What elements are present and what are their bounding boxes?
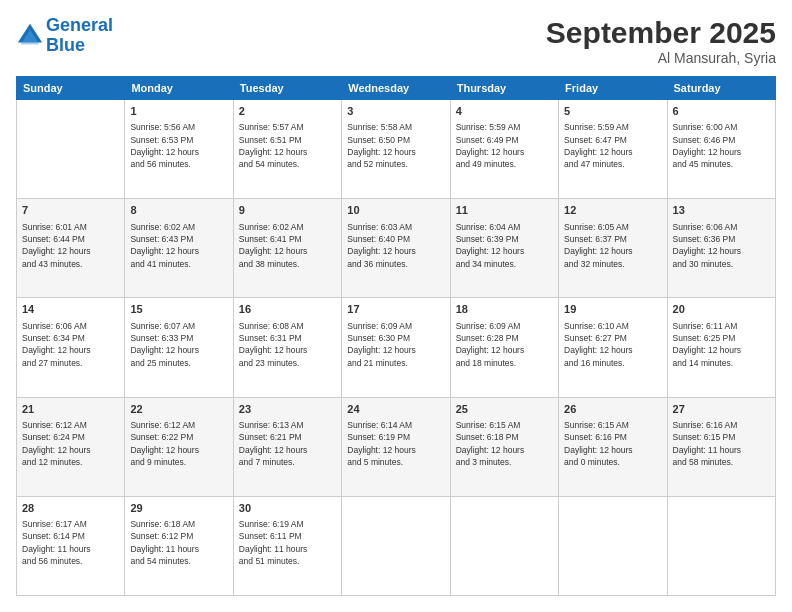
day-number: 10	[347, 203, 444, 218]
month-title: September 2025	[546, 16, 776, 50]
day-number: 14	[22, 302, 119, 317]
table-row: 22Sunrise: 6:12 AM Sunset: 6:22 PM Dayli…	[125, 397, 233, 496]
calendar-table: Sunday Monday Tuesday Wednesday Thursday…	[16, 76, 776, 596]
table-row	[667, 496, 775, 595]
col-saturday: Saturday	[667, 77, 775, 100]
day-number: 16	[239, 302, 336, 317]
day-info: Sunrise: 6:02 AM Sunset: 6:43 PM Dayligh…	[130, 221, 227, 270]
day-number: 13	[673, 203, 770, 218]
day-info: Sunrise: 6:02 AM Sunset: 6:41 PM Dayligh…	[239, 221, 336, 270]
table-row: 19Sunrise: 6:10 AM Sunset: 6:27 PM Dayli…	[559, 298, 667, 397]
table-row: 2Sunrise: 5:57 AM Sunset: 6:51 PM Daylig…	[233, 100, 341, 199]
day-number: 12	[564, 203, 661, 218]
col-tuesday: Tuesday	[233, 77, 341, 100]
table-row: 10Sunrise: 6:03 AM Sunset: 6:40 PM Dayli…	[342, 199, 450, 298]
day-number: 30	[239, 501, 336, 516]
table-row	[342, 496, 450, 595]
table-row: 29Sunrise: 6:18 AM Sunset: 6:12 PM Dayli…	[125, 496, 233, 595]
day-info: Sunrise: 6:06 AM Sunset: 6:36 PM Dayligh…	[673, 221, 770, 270]
header-row: Sunday Monday Tuesday Wednesday Thursday…	[17, 77, 776, 100]
day-info: Sunrise: 6:06 AM Sunset: 6:34 PM Dayligh…	[22, 320, 119, 369]
day-number: 7	[22, 203, 119, 218]
logo-line2: Blue	[46, 35, 85, 55]
day-info: Sunrise: 5:59 AM Sunset: 6:49 PM Dayligh…	[456, 121, 553, 170]
day-info: Sunrise: 6:14 AM Sunset: 6:19 PM Dayligh…	[347, 419, 444, 468]
calendar-week-0: 1Sunrise: 5:56 AM Sunset: 6:53 PM Daylig…	[17, 100, 776, 199]
day-number: 19	[564, 302, 661, 317]
col-monday: Monday	[125, 77, 233, 100]
table-row: 8Sunrise: 6:02 AM Sunset: 6:43 PM Daylig…	[125, 199, 233, 298]
calendar-week-1: 7Sunrise: 6:01 AM Sunset: 6:44 PM Daylig…	[17, 199, 776, 298]
day-number: 11	[456, 203, 553, 218]
day-info: Sunrise: 6:09 AM Sunset: 6:28 PM Dayligh…	[456, 320, 553, 369]
day-number: 23	[239, 402, 336, 417]
day-number: 26	[564, 402, 661, 417]
day-number: 18	[456, 302, 553, 317]
day-info: Sunrise: 6:15 AM Sunset: 6:18 PM Dayligh…	[456, 419, 553, 468]
table-row: 16Sunrise: 6:08 AM Sunset: 6:31 PM Dayli…	[233, 298, 341, 397]
table-row: 7Sunrise: 6:01 AM Sunset: 6:44 PM Daylig…	[17, 199, 125, 298]
day-number: 15	[130, 302, 227, 317]
day-info: Sunrise: 6:12 AM Sunset: 6:24 PM Dayligh…	[22, 419, 119, 468]
day-info: Sunrise: 6:04 AM Sunset: 6:39 PM Dayligh…	[456, 221, 553, 270]
table-row	[450, 496, 558, 595]
calendar-week-3: 21Sunrise: 6:12 AM Sunset: 6:24 PM Dayli…	[17, 397, 776, 496]
day-info: Sunrise: 6:07 AM Sunset: 6:33 PM Dayligh…	[130, 320, 227, 369]
day-info: Sunrise: 6:10 AM Sunset: 6:27 PM Dayligh…	[564, 320, 661, 369]
day-info: Sunrise: 6:00 AM Sunset: 6:46 PM Dayligh…	[673, 121, 770, 170]
table-row: 21Sunrise: 6:12 AM Sunset: 6:24 PM Dayli…	[17, 397, 125, 496]
table-row: 12Sunrise: 6:05 AM Sunset: 6:37 PM Dayli…	[559, 199, 667, 298]
table-row: 1Sunrise: 5:56 AM Sunset: 6:53 PM Daylig…	[125, 100, 233, 199]
day-info: Sunrise: 6:08 AM Sunset: 6:31 PM Dayligh…	[239, 320, 336, 369]
day-info: Sunrise: 6:17 AM Sunset: 6:14 PM Dayligh…	[22, 518, 119, 567]
day-info: Sunrise: 6:09 AM Sunset: 6:30 PM Dayligh…	[347, 320, 444, 369]
header: General Blue September 2025 Al Mansurah,…	[16, 16, 776, 66]
day-number: 24	[347, 402, 444, 417]
table-row	[559, 496, 667, 595]
table-row: 30Sunrise: 6:19 AM Sunset: 6:11 PM Dayli…	[233, 496, 341, 595]
table-row: 9Sunrise: 6:02 AM Sunset: 6:41 PM Daylig…	[233, 199, 341, 298]
table-row: 5Sunrise: 5:59 AM Sunset: 6:47 PM Daylig…	[559, 100, 667, 199]
table-row: 27Sunrise: 6:16 AM Sunset: 6:15 PM Dayli…	[667, 397, 775, 496]
col-friday: Friday	[559, 77, 667, 100]
table-row: 15Sunrise: 6:07 AM Sunset: 6:33 PM Dayli…	[125, 298, 233, 397]
table-row: 6Sunrise: 6:00 AM Sunset: 6:46 PM Daylig…	[667, 100, 775, 199]
day-number: 17	[347, 302, 444, 317]
location: Al Mansurah, Syria	[546, 50, 776, 66]
day-number: 20	[673, 302, 770, 317]
day-number: 28	[22, 501, 119, 516]
day-number: 21	[22, 402, 119, 417]
day-info: Sunrise: 6:11 AM Sunset: 6:25 PM Dayligh…	[673, 320, 770, 369]
day-info: Sunrise: 6:18 AM Sunset: 6:12 PM Dayligh…	[130, 518, 227, 567]
table-row	[17, 100, 125, 199]
day-info: Sunrise: 5:59 AM Sunset: 6:47 PM Dayligh…	[564, 121, 661, 170]
day-info: Sunrise: 5:57 AM Sunset: 6:51 PM Dayligh…	[239, 121, 336, 170]
table-row: 20Sunrise: 6:11 AM Sunset: 6:25 PM Dayli…	[667, 298, 775, 397]
logo-line1: General	[46, 15, 113, 35]
day-number: 9	[239, 203, 336, 218]
day-info: Sunrise: 6:05 AM Sunset: 6:37 PM Dayligh…	[564, 221, 661, 270]
calendar-week-2: 14Sunrise: 6:06 AM Sunset: 6:34 PM Dayli…	[17, 298, 776, 397]
logo: General Blue	[16, 16, 113, 56]
day-number: 6	[673, 104, 770, 119]
day-info: Sunrise: 6:19 AM Sunset: 6:11 PM Dayligh…	[239, 518, 336, 567]
day-number: 22	[130, 402, 227, 417]
calendar-week-4: 28Sunrise: 6:17 AM Sunset: 6:14 PM Dayli…	[17, 496, 776, 595]
day-info: Sunrise: 5:58 AM Sunset: 6:50 PM Dayligh…	[347, 121, 444, 170]
day-info: Sunrise: 6:03 AM Sunset: 6:40 PM Dayligh…	[347, 221, 444, 270]
col-wednesday: Wednesday	[342, 77, 450, 100]
logo-text: General Blue	[46, 16, 113, 56]
table-row: 14Sunrise: 6:06 AM Sunset: 6:34 PM Dayli…	[17, 298, 125, 397]
day-info: Sunrise: 6:01 AM Sunset: 6:44 PM Dayligh…	[22, 221, 119, 270]
table-row: 26Sunrise: 6:15 AM Sunset: 6:16 PM Dayli…	[559, 397, 667, 496]
col-sunday: Sunday	[17, 77, 125, 100]
title-block: September 2025 Al Mansurah, Syria	[546, 16, 776, 66]
table-row: 18Sunrise: 6:09 AM Sunset: 6:28 PM Dayli…	[450, 298, 558, 397]
table-row: 25Sunrise: 6:15 AM Sunset: 6:18 PM Dayli…	[450, 397, 558, 496]
day-info: Sunrise: 6:16 AM Sunset: 6:15 PM Dayligh…	[673, 419, 770, 468]
table-row: 17Sunrise: 6:09 AM Sunset: 6:30 PM Dayli…	[342, 298, 450, 397]
table-row: 3Sunrise: 5:58 AM Sunset: 6:50 PM Daylig…	[342, 100, 450, 199]
table-row: 4Sunrise: 5:59 AM Sunset: 6:49 PM Daylig…	[450, 100, 558, 199]
day-number: 3	[347, 104, 444, 119]
table-row: 13Sunrise: 6:06 AM Sunset: 6:36 PM Dayli…	[667, 199, 775, 298]
